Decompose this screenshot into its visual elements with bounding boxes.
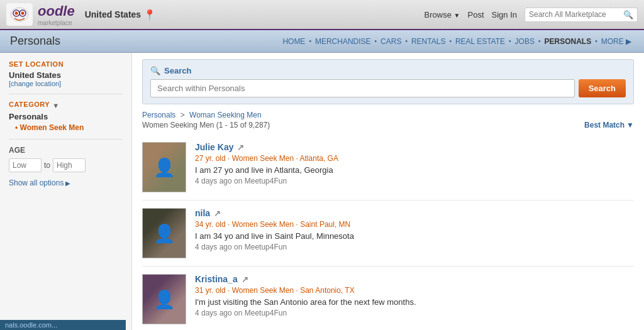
logo-icon: [6, 3, 33, 26]
change-location-link[interactable]: [change location]: [9, 80, 123, 87]
logo-area: oodle marketplace United States 📍: [6, 3, 156, 26]
age-inputs: to: [9, 158, 123, 172]
breadcrumb-personals-link[interactable]: Personals: [142, 111, 175, 119]
share-icon[interactable]: ↗: [214, 209, 221, 218]
listing-time: 4 days ago on Meetup4Fun: [195, 309, 634, 317]
search-panel: 🔍 Search Search: [142, 59, 634, 104]
search-panel-icon: 🔍: [150, 66, 160, 75]
search-within-input[interactable]: [150, 79, 575, 97]
status-bar: nals.oodle.com...: [0, 320, 126, 330]
category-personals-link[interactable]: Personals: [9, 111, 123, 123]
thumb-icon: 👤: [153, 157, 175, 178]
age-label: AGE: [9, 146, 123, 155]
search-button[interactable]: Search: [579, 79, 626, 97]
nav-rentals[interactable]: RENTALS: [409, 37, 448, 46]
thumb-icon: 👤: [153, 223, 175, 244]
breadcrumb: Personals > Woman Seeking Men: [142, 111, 634, 119]
category-label: CATEGORY: [9, 101, 50, 108]
listing-description: I'm just visiting the San Antonio area f…: [195, 297, 634, 307]
nav-merchandise[interactable]: MERCHANDISE: [313, 37, 374, 46]
listing-thumbnail: 👤: [142, 142, 186, 192]
set-location-label: SET LOCATION: [9, 60, 123, 68]
age-section: AGE to: [9, 146, 123, 172]
listing-meta: 27 yr. old · Women Seek Men · Atlanta, G…: [195, 154, 634, 163]
age-to-label: to: [44, 161, 50, 170]
listing-name[interactable]: Julie Kay ↗: [195, 142, 634, 152]
browse-arrow-icon: ▼: [454, 12, 460, 19]
sort-select[interactable]: Best Match ▼: [584, 121, 634, 129]
nav-more[interactable]: MORE ▶: [599, 37, 634, 46]
thumb-icon: 👤: [153, 289, 175, 310]
breadcrumb-separator: >: [180, 111, 187, 119]
show-all-arrow-icon: ▶: [65, 180, 70, 187]
svg-point-3: [15, 12, 18, 15]
sidebar: SET LOCATION United States [change locat…: [0, 53, 132, 330]
search-icon: 🔍: [623, 10, 633, 19]
nav-real-estate[interactable]: REAL ESTATE: [453, 37, 508, 46]
logo-brand: oodle marketplace: [38, 3, 75, 26]
location-text: United States: [85, 9, 141, 19]
page-title: Personals: [10, 35, 60, 48]
breadcrumb-category: Woman Seeking Men: [189, 111, 262, 119]
nav-jobs[interactable]: JOBS: [513, 37, 537, 46]
nav-cars[interactable]: CARS: [378, 37, 404, 46]
age-low-input[interactable]: [9, 158, 42, 172]
signin-link[interactable]: Sign In: [492, 10, 517, 19]
search-row: Search: [150, 79, 626, 97]
post-link[interactable]: Post: [468, 10, 484, 19]
header-nav-right: Browse ▼ Post Sign In 🔍: [425, 8, 638, 22]
sidebar-divider-2: [9, 139, 123, 140]
listing-description: I am 27 yo and live in Atlanta, Georgia: [195, 165, 634, 175]
listings-container: 👤 Julie Kay ↗ 27 yr. old · Women Seek Me…: [142, 135, 634, 330]
results-info: Women Seeking Men (1 - 15 of 9,287): [142, 121, 270, 129]
sort-arrow-icon: ▼: [626, 121, 634, 129]
share-icon[interactable]: ↗: [242, 275, 248, 284]
listing-item: 👤 nila ↗ 34 yr. old · Women Seek Men · S…: [142, 201, 634, 267]
sidebar-divider-1: [9, 94, 123, 94]
location-header[interactable]: United States 📍: [85, 9, 156, 21]
content-area: 🔍 Search Search Personals > Woman Seekin…: [132, 53, 644, 330]
listing-name[interactable]: nila ↗: [195, 208, 634, 218]
listing-details: nila ↗ 34 yr. old · Women Seek Men · Sai…: [195, 208, 634, 258]
svg-point-4: [21, 12, 25, 15]
listing-meta: 31 yr. old · Women Seek Men · San Antoni…: [195, 286, 634, 295]
listing-item: 👤 Kristina_a ↗ 31 yr. old · Women Seek M…: [142, 267, 634, 330]
main-layout: SET LOCATION United States [change locat…: [0, 53, 644, 330]
listing-details: Julie Kay ↗ 27 yr. old · Women Seek Men …: [195, 142, 634, 192]
listing-time: 4 days ago on Meetup4Fun: [195, 177, 634, 185]
global-search-input[interactable]: [529, 10, 623, 19]
nav-home[interactable]: HOME: [280, 37, 308, 46]
listing-description: I am 34 yo and live in Saint Paul, Minne…: [195, 231, 634, 241]
show-all-options-link[interactable]: Show all options ▶: [9, 179, 123, 187]
age-high-input[interactable]: [53, 158, 86, 172]
search-label: 🔍 Search: [150, 66, 626, 75]
logo-sub: marketplace: [38, 19, 75, 26]
listing-meta: 34 yr. old · Women Seek Men · Saint Paul…: [195, 220, 634, 229]
share-icon[interactable]: ↗: [237, 143, 244, 152]
sort-row: Best Match ▼: [584, 121, 634, 129]
location-pin-icon: 📍: [143, 9, 156, 21]
listing-details: Kristina_a ↗ 31 yr. old · Women Seek Men…: [195, 274, 634, 324]
nav-personals[interactable]: PERSONALS: [541, 37, 594, 46]
listing-time: 4 days ago on Meetup4Fun: [195, 243, 634, 251]
category-women-seek-men-link[interactable]: Women Seek Men: [9, 123, 123, 133]
logo-text: oodle: [38, 3, 75, 19]
main-nav: HOME • MERCHANDISE • CARS • RENTALS • RE…: [280, 37, 634, 46]
listing-name[interactable]: Kristina_a ↗: [195, 274, 634, 284]
header: oodle marketplace United States 📍 Browse…: [0, 0, 644, 30]
listing-item: 👤 Julie Kay ↗ 27 yr. old · Women Seek Me…: [142, 135, 634, 201]
listing-thumbnail: 👤: [142, 208, 186, 258]
listing-thumbnail: 👤: [142, 274, 186, 324]
global-search-box[interactable]: 🔍: [525, 8, 638, 22]
category-header: CATEGORY ▼: [9, 101, 123, 111]
browse-link[interactable]: Browse ▼: [425, 10, 460, 19]
nav-bar: Personals HOME • MERCHANDISE • CARS • RE…: [0, 30, 644, 53]
sidebar-location: United States: [9, 70, 123, 80]
category-dropdown-icon[interactable]: ▼: [52, 102, 59, 109]
